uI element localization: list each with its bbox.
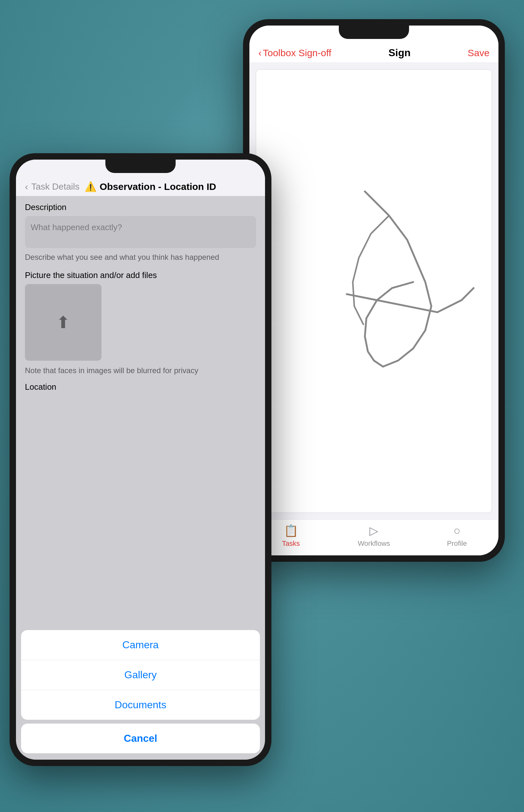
cancel-label: Cancel <box>124 732 158 744</box>
action-sheet: Camera Gallery Documents Cancel <box>16 630 265 760</box>
profile-icon-back: ○ <box>454 524 460 538</box>
phone-front: ‹ Task Details ⚠️ Observation - Location… <box>10 153 272 766</box>
tab-bar-back: 📋 Tasks ▷ Workflows ○ Profile <box>249 519 498 555</box>
cancel-action-item[interactable]: Cancel <box>21 724 260 753</box>
chevron-left-icon: ‹ <box>258 48 262 58</box>
phone-back: ‹ Toolbox Sign-off Sign Save 📋 Tasks <box>243 19 505 562</box>
notch-back <box>339 26 409 39</box>
gallery-label: Gallery <box>124 669 157 680</box>
tab-workflows-back[interactable]: ▷ Workflows <box>332 524 415 548</box>
content-area-front: Description What happened exactly? Descr… <box>16 196 265 760</box>
action-sheet-cancel-group: Cancel <box>21 724 260 753</box>
nav-title-back: Sign <box>388 47 410 59</box>
notch-front <box>105 159 176 173</box>
workflows-label-back: Workflows <box>358 539 390 548</box>
back-label-front[interactable]: Task Details <box>31 182 80 192</box>
nav-bar-front: ‹ Task Details ⚠️ Observation - Location… <box>16 177 265 196</box>
signature-area[interactable] <box>256 69 492 513</box>
action-sheet-group: Camera Gallery Documents <box>21 630 260 720</box>
camera-action-item[interactable]: Camera <box>21 630 260 660</box>
tasks-label-back: Tasks <box>282 539 300 548</box>
phone-front-screen: ‹ Task Details ⚠️ Observation - Location… <box>16 159 265 760</box>
gallery-action-item[interactable]: Gallery <box>21 660 260 690</box>
nav-bar-back: ‹ Toolbox Sign-off Sign Save <box>249 43 498 63</box>
warning-icon: ⚠️ <box>85 181 96 192</box>
back-label-back: Toolbox Sign-off <box>263 48 331 58</box>
tab-profile-back[interactable]: ○ Profile <box>415 524 498 548</box>
documents-label: Documents <box>115 699 166 711</box>
signature-canvas[interactable] <box>256 70 492 513</box>
documents-action-item[interactable]: Documents <box>21 690 260 720</box>
action-sheet-overlay: Camera Gallery Documents Cancel <box>16 196 265 760</box>
camera-label: Camera <box>122 639 159 650</box>
page-title-front: Observation - Location ID <box>100 181 216 192</box>
tasks-icon-back: 📋 <box>284 524 298 538</box>
back-button-back[interactable]: ‹ Toolbox Sign-off <box>258 48 331 58</box>
workflows-icon-back: ▷ <box>370 524 378 538</box>
chevron-left-icon-front: ‹ <box>25 181 28 192</box>
profile-label-back: Profile <box>447 539 467 548</box>
save-button-back[interactable]: Save <box>468 48 490 58</box>
phone-back-screen: ‹ Toolbox Sign-off Sign Save 📋 Tasks <box>249 26 498 555</box>
